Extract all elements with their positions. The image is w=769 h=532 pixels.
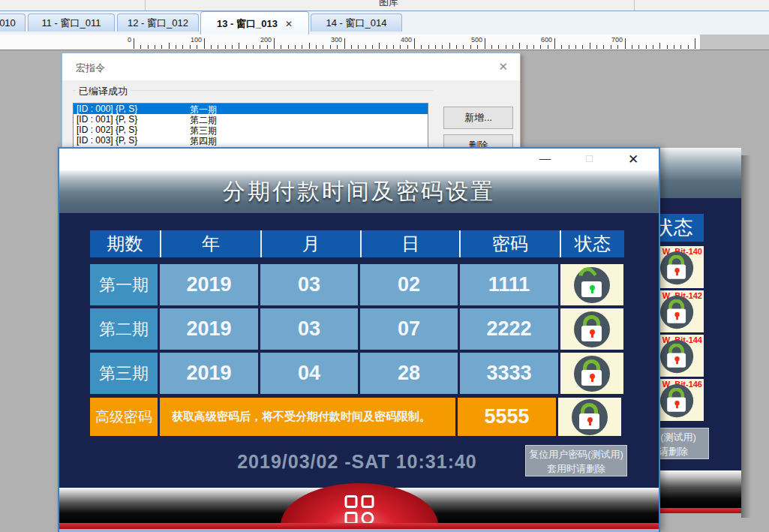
header-password: 密码 (459, 230, 560, 257)
tab-label: 12 - 窗口_012 (128, 17, 188, 30)
header-month: 月 (260, 230, 360, 257)
macro-item-id: [ID : 001] {P, S} (77, 114, 137, 125)
macro-item-id: [ID : 002] {P, S} (77, 125, 137, 135)
period-label: 第三期 (90, 353, 158, 394)
month-value[interactable]: 03 (260, 308, 358, 350)
table-header-row: 期数 年 月 日 密码 状态 (90, 230, 624, 257)
lock-closed-icon (660, 384, 693, 417)
lock-closed-icon (574, 311, 610, 347)
password-value[interactable]: 3333 (460, 353, 558, 394)
macro-dialog-titlebar[interactable]: 宏指令 ✕ (62, 53, 520, 80)
period-label: 第一期 (90, 264, 158, 305)
advanced-password-value[interactable]: 5555 (458, 398, 556, 436)
dialog-red-strip (59, 523, 659, 529)
tab-label: 14 - 窗口_014 (326, 17, 387, 30)
ruler-dead-zone (700, 35, 769, 50)
close-button[interactable]: ✕ (628, 152, 638, 167)
advanced-password-row: 高级密码 获取高级密码后，将不受分期付款时间及密码限制。 5555 (90, 398, 624, 436)
header-status: 状态 (560, 230, 624, 257)
ruler-label: 700 (600, 36, 623, 44)
toolbar-divider (634, 0, 635, 11)
bg-window-shadow (741, 155, 751, 518)
year-value[interactable]: 2019 (160, 264, 258, 305)
macro-dialog-title: 宏指令 (76, 62, 105, 75)
table-row: 第一期 2019 03 02 1111 (90, 264, 624, 305)
lock-toggle[interactable] (560, 353, 623, 394)
table-row: 第三期 2019 04 28 3333 (90, 353, 624, 394)
macro-item-id: [ID : 003] {P, S} (77, 135, 137, 146)
macro-close-icon[interactable]: ✕ (498, 60, 508, 74)
tab-close-icon[interactable]: ✕ (285, 19, 293, 29)
header-day: 日 (360, 230, 459, 257)
lock-toggle[interactable] (558, 398, 621, 436)
month-value[interactable]: 04 (260, 353, 358, 394)
ruler-label: 600 (530, 36, 552, 44)
gallery-label: 图库 (379, 0, 398, 9)
day-value[interactable]: 02 (360, 264, 458, 305)
year-value[interactable]: 2019 (160, 308, 258, 350)
tab-window-014[interactable]: 14 - 窗口_014 (311, 14, 402, 32)
advanced-label: 高级密码 (90, 398, 158, 436)
header-year: 年 (160, 230, 260, 257)
ruler-label: 0 (109, 36, 131, 44)
period-label: 第二期 (90, 308, 158, 350)
password-value[interactable]: 2222 (460, 308, 558, 350)
payment-settings-dialog: — □ ✕ 分期付款时间及密码设置 期数 年 月 日 密码 状态 第一期 201… (58, 147, 660, 532)
ruler-label: 200 (249, 36, 272, 44)
advanced-description: 获取高级密码后，将不受分期付款时间及密码限制。 (160, 398, 455, 436)
top-toolbar: 图库 (0, 0, 769, 11)
tab-window-013-active[interactable]: 13 - 窗口_013 ✕ (200, 11, 309, 35)
dialog-title: 分期付款时间及密码设置 (223, 176, 495, 207)
table-row: 第二期 2019 03 07 2222 (90, 308, 624, 350)
maximize-button[interactable]: □ (586, 152, 593, 164)
lock-closed-icon (660, 296, 693, 329)
ruler-label: 300 (320, 36, 342, 44)
horizontal-ruler: 0 100 200 300 400 500 600 700 (0, 35, 769, 50)
macro-dialog: 宏指令 ✕ 已编译成功 [ID : 000] {P, S} 第一期 [ID : … (62, 53, 521, 161)
window-tab-bar: 010 11 - 窗口_011 12 - 窗口_012 13 - 窗口_013 … (0, 11, 769, 35)
toolbar-divider (145, 0, 146, 11)
ruler-label: 100 (179, 36, 202, 44)
tab-window-012[interactable]: 12 - 窗口_012 (117, 14, 199, 32)
dialog-bottom-border (59, 529, 659, 532)
lock-toggle[interactable] (560, 264, 623, 305)
header-period: 期数 (90, 230, 160, 257)
screen: 图库 010 11 - 窗口_011 12 - 窗口_012 13 - 窗口_0… (0, 0, 769, 532)
tab-label: 11 - 窗口_011 (41, 17, 101, 30)
dialog-titlebar[interactable]: — □ ✕ (59, 149, 659, 170)
day-value[interactable]: 28 (360, 353, 458, 394)
macro-list-item[interactable]: [ID : 001] {P, S} 第二期 (74, 114, 428, 125)
ruler-label: 500 (460, 36, 482, 44)
apps-grid-icon[interactable] (345, 495, 374, 524)
reset-user-password-button[interactable]: 复位用户密码(测试用) 套用时请删除 (525, 445, 627, 476)
macro-list-item[interactable]: [ID : 000] {P, S} 第一期 (74, 104, 428, 114)
password-value[interactable]: 1111 (460, 264, 558, 305)
lock-open-icon (574, 267, 610, 303)
macro-list-item[interactable]: [ID : 002] {P, S} 第三期 (74, 125, 428, 135)
add-button[interactable]: 新增... (443, 107, 513, 129)
tab-window-010[interactable]: 010 (0, 14, 26, 32)
year-value[interactable]: 2019 (160, 353, 258, 394)
day-value[interactable]: 07 (360, 308, 458, 350)
dialog-banner: 分期付款时间及密码设置 (59, 170, 659, 213)
month-value[interactable]: 03 (260, 264, 358, 305)
ruler-label: 400 (389, 36, 412, 44)
lock-closed-icon (572, 399, 608, 435)
reset-line2: 套用时请删除 (526, 461, 626, 476)
lock-closed-icon (660, 251, 693, 284)
tab-label: 13 - 窗口_013 (217, 17, 278, 31)
macro-item-name: 第四期 (190, 135, 217, 148)
tab-window-011[interactable]: 11 - 窗口_011 (28, 14, 115, 32)
tab-label: 010 (0, 17, 16, 29)
macro-item-id: [ID : 000] {P, S} (77, 104, 137, 114)
macro-list-item[interactable]: [ID : 003] {P, S} 第四期 (74, 135, 428, 146)
compile-status-label: 已编译成功 (76, 85, 131, 98)
reset-line1: 复位用户密码(测试用) (526, 447, 626, 461)
lock-toggle[interactable] (560, 308, 623, 350)
lock-closed-icon (660, 340, 693, 373)
lock-closed-icon (574, 356, 610, 392)
minimize-button[interactable]: — (539, 152, 551, 164)
